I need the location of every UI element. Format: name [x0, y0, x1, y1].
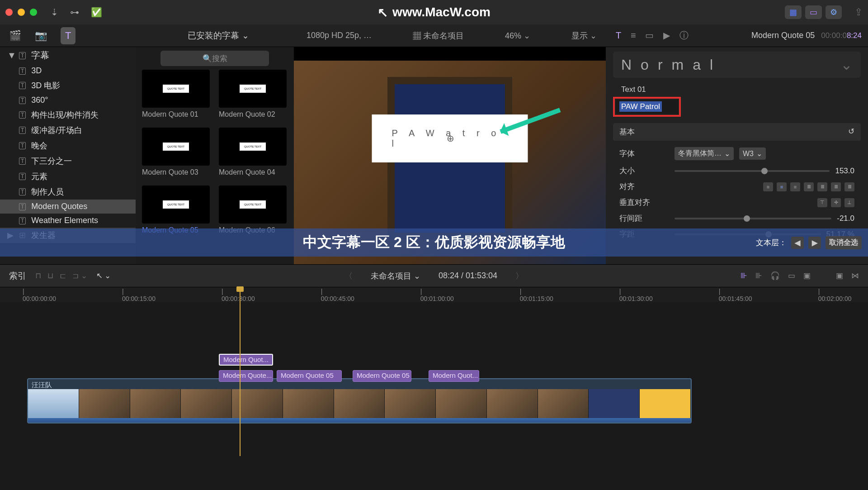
- sidebar-item[interactable]: TModern Quotes: [0, 200, 136, 214]
- sidebar-item[interactable]: T缓冲器/开场白: [0, 123, 136, 138]
- timeline-tracks[interactable]: 汪汪队 Modern Quot...Modern Quote...Modern …: [0, 302, 868, 456]
- timeline-ruler[interactable]: | 00:00:00:00| 00:00:15:00| 00:00:30:00|…: [0, 287, 868, 302]
- import-icon[interactable]: ⇣: [51, 7, 58, 18]
- align-justify-right-button[interactable]: ≣: [831, 182, 841, 191]
- overwrite-clip-icon[interactable]: ⊐ ⌄: [72, 271, 87, 281]
- title-clip[interactable]: Modern Quot...: [429, 370, 479, 382]
- viewer-display-dropdown[interactable]: 显示 ⌄: [571, 30, 597, 41]
- align-left-button[interactable]: ≡: [763, 182, 773, 191]
- timeline-project-name[interactable]: 未命名项目 ⌄: [371, 271, 420, 281]
- text-inspector-tab[interactable]: T: [616, 30, 621, 40]
- sidebar-item[interactable]: T元素: [0, 169, 136, 184]
- inspector-item-title: Modern Quote 05: [751, 31, 815, 40]
- media-library-icon[interactable]: 🎬: [9, 30, 21, 42]
- toolbar-left-icons: ⇣ ⊶ ✅: [51, 7, 102, 18]
- sidebar-item[interactable]: TWeather Elements: [0, 214, 136, 228]
- horizontal-align-group: ≡ ≡ ≡ ≣ ≣ ≣ ≣: [763, 182, 854, 191]
- index-button[interactable]: 索引: [9, 270, 26, 282]
- font-label: 字体: [619, 148, 669, 159]
- align-center-button[interactable]: ≡: [777, 182, 787, 191]
- title-text-input[interactable]: PAW Patrol: [616, 100, 678, 114]
- title-thumbnail[interactable]: QUOTE TEXTModern Quote 01: [142, 70, 210, 119]
- share-icon[interactable]: ⇪: [854, 6, 863, 18]
- sidebar-item[interactable]: T3D: [0, 64, 136, 78]
- primary-storyline[interactable]: 汪汪队: [27, 378, 692, 423]
- search-input[interactable]: 🔍 搜索: [160, 51, 269, 66]
- sidebar-category-titles[interactable]: ▼T字幕: [0, 47, 136, 64]
- ruler-tick: | 00:01:45:00: [719, 288, 752, 302]
- deselect-all-button[interactable]: 取消全选: [826, 236, 862, 249]
- layout-browser-button[interactable]: ▦: [785, 5, 802, 19]
- tool-select-dropdown[interactable]: ↖ ⌄: [96, 271, 111, 281]
- title-thumbnail[interactable]: QUOTE TEXTModern Quote 04: [219, 128, 287, 176]
- close-window-button[interactable]: [5, 9, 13, 16]
- sidebar-item[interactable]: T构件出现/构件消失: [0, 107, 136, 123]
- background-tasks-icon[interactable]: ✅: [91, 7, 102, 18]
- text-style-dropdown[interactable]: Normal⌄: [613, 52, 861, 78]
- align-right-button[interactable]: ≡: [790, 182, 800, 191]
- title-clip[interactable]: Modern Quot...: [219, 354, 273, 366]
- valign-middle-button[interactable]: ✛: [831, 198, 841, 207]
- timeline-toolbar: 索引 ⊓ ⊔ ⊏ ⊐ ⌄ ↖ ⌄ 〈 未命名项目 ⌄ 08:24 / 01:53…: [0, 264, 868, 287]
- sidebar-item[interactable]: T360°: [0, 93, 136, 107]
- align-justify-center-button[interactable]: ≣: [817, 182, 827, 191]
- viewer-zoom-dropdown[interactable]: 46% ⌄: [505, 31, 530, 41]
- layout-timeline-button[interactable]: ▭: [805, 5, 822, 19]
- append-clip-icon[interactable]: ⊏: [60, 271, 66, 281]
- ruler-tick: | 00:00:45:00: [321, 288, 354, 302]
- size-value[interactable]: 153.0: [835, 167, 854, 176]
- insert-clip-icon[interactable]: ⊔: [47, 271, 53, 281]
- filmstrip: [28, 389, 691, 418]
- installed-titles-dropdown[interactable]: 已安装的字幕 ⌄: [139, 30, 297, 42]
- title-clip[interactable]: Modern Quote 05: [353, 370, 411, 382]
- reset-icon[interactable]: ↺: [848, 127, 854, 137]
- title-thumbnail[interactable]: QUOTE TEXTModern Quote 06: [219, 186, 287, 234]
- title-thumbnail[interactable]: QUOTE TEXTModern Quote 03: [142, 128, 210, 176]
- titles-library-icon[interactable]: T: [61, 27, 75, 44]
- title-thumbnail[interactable]: QUOTE TEXTModern Quote 02: [219, 70, 287, 119]
- transitions-browser-icon[interactable]: ⋈: [851, 271, 859, 281]
- sidebar-item[interactable]: T晚会: [0, 138, 136, 153]
- sidebar-item[interactable]: T3D 电影: [0, 78, 136, 93]
- connect-clip-icon[interactable]: ⊓: [35, 271, 41, 281]
- font-family-dropdown[interactable]: 冬青黑体简… ⌄: [675, 147, 734, 160]
- info-inspector-tab[interactable]: ⓘ: [679, 30, 689, 40]
- next-layer-button[interactable]: ▶: [808, 237, 821, 249]
- text-layer-label: 文本层：: [756, 238, 787, 248]
- playhead[interactable]: [240, 287, 241, 456]
- solo-icon[interactable]: 🎧: [770, 271, 780, 281]
- photos-library-icon[interactable]: 📷: [35, 30, 47, 42]
- skimming-icon[interactable]: ⊪: [741, 271, 747, 281]
- line-spacing-slider[interactable]: [675, 218, 831, 219]
- layout-inspector-button[interactable]: ⚙: [826, 5, 842, 19]
- title-clip[interactable]: Modern Quote 05: [277, 370, 342, 382]
- timeline-history-back[interactable]: 〈: [344, 271, 353, 281]
- video-inspector-tab[interactable]: ▭: [645, 30, 654, 40]
- timeline-history-fwd[interactable]: 〉: [515, 271, 524, 281]
- title-clip[interactable]: Modern Quote...: [219, 370, 273, 382]
- basic-section-header[interactable]: 基本↺: [613, 123, 861, 141]
- sidebar-item[interactable]: T下三分之一: [0, 153, 136, 169]
- effects-browser-icon[interactable]: ▣: [836, 271, 843, 281]
- ruler-tick: | 00:02:00:00: [818, 288, 852, 302]
- keyword-icon[interactable]: ⊶: [70, 7, 79, 18]
- title-overlay[interactable]: P A W a t r o l ⊕: [372, 114, 528, 162]
- align-justify-left-button[interactable]: ≣: [804, 182, 814, 191]
- clip-name-label: 汪汪队: [32, 381, 52, 390]
- snapping-icon[interactable]: ▭: [788, 271, 795, 281]
- title-thumbnail[interactable]: QUOTE TEXTModern Quote 05: [142, 186, 210, 234]
- audio-skimming-icon[interactable]: ⊪: [755, 271, 762, 281]
- share-inspector-tab[interactable]: ▶: [663, 30, 670, 40]
- paragraph-inspector-tab[interactable]: ≡: [631, 30, 636, 40]
- align-justify-full-button[interactable]: ≣: [844, 182, 854, 191]
- valign-bottom-button[interactable]: ⊥: [844, 198, 854, 207]
- zoom-window-button[interactable]: [30, 9, 37, 16]
- sidebar-item[interactable]: T制作人员: [0, 184, 136, 200]
- size-slider[interactable]: [675, 170, 830, 172]
- prev-layer-button[interactable]: ◀: [791, 237, 804, 249]
- clip-appearance-icon[interactable]: ▣: [803, 271, 811, 281]
- font-weight-dropdown[interactable]: W3 ⌄: [739, 147, 766, 160]
- minimize-window-button[interactable]: [18, 9, 25, 16]
- valign-top-button[interactable]: ⊤: [817, 198, 827, 207]
- line-spacing-value[interactable]: -21.0: [837, 214, 854, 223]
